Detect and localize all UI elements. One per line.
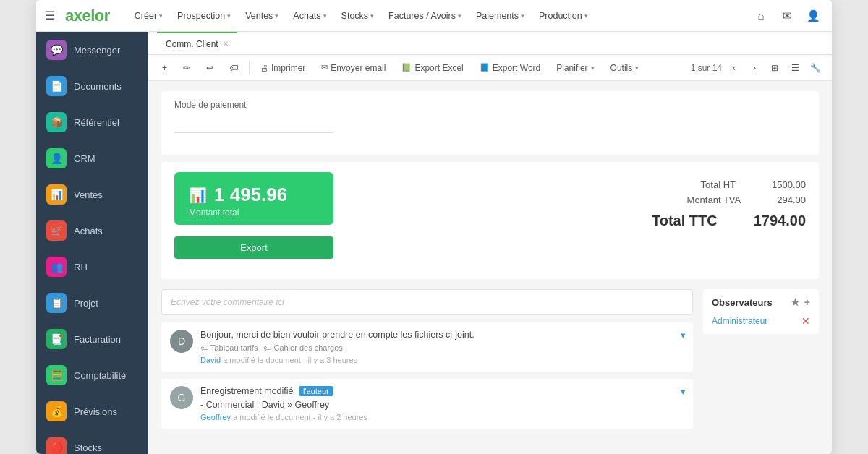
documents-icon: 📄 (46, 76, 67, 96)
sidebar-item-documents[interactable]: 📄 Documents (36, 68, 148, 104)
chevron-down-icon: ▾ (458, 12, 461, 20)
grid-view-icon[interactable]: ⊞ (767, 60, 783, 76)
payment-mode-label: Mode de paiement (174, 100, 806, 110)
home-icon[interactable]: ⌂ (751, 6, 771, 26)
nav-production[interactable]: Production ▾ (532, 0, 595, 32)
comment-item: G Enregistrement modifié l'auteur - Comm… (161, 379, 693, 429)
add-observer-icon[interactable]: + (804, 296, 810, 308)
nav-ventes[interactable]: Ventes ▾ (238, 0, 286, 32)
avatar: G (170, 386, 193, 409)
sidebar-item-ventes[interactable]: 📊 Ventes (36, 176, 148, 213)
add-button[interactable]: + (157, 60, 172, 76)
paperclip-icon: 🏷 (200, 343, 208, 352)
print-button[interactable]: 🖨 Imprimer (255, 60, 310, 76)
observers-sidebar: Observateurs ★ + Administrateur ✕ (703, 289, 819, 436)
stats-row: 📊 1 495.96 Montant total Export Total HT… (174, 172, 806, 259)
content-area: Comm. Client ✕ + ✏ ↩ 🏷 (148, 32, 832, 454)
nav-stocks[interactable]: Stocks ▾ (334, 0, 382, 32)
amount-display: 📊 1 495.96 (189, 184, 319, 206)
comment-author-link[interactable]: David (200, 356, 221, 364)
tab-close-icon[interactable]: ✕ (223, 40, 229, 48)
messenger-icon: 💬 (46, 40, 67, 60)
expand-icon[interactable]: ▾ (681, 386, 686, 397)
chevron-down-icon: ▾ (323, 12, 327, 20)
nav-menu: Créer ▾ Prospection ▾ Ventes ▾ Achats ▾ … (127, 0, 746, 32)
comments-layout: Ecrivez votre commentaire ici D Bonjour,… (161, 289, 819, 436)
list-view-icon[interactable]: ☰ (787, 60, 803, 76)
email-button[interactable]: ✉ Envoyer email (316, 60, 391, 76)
achats-icon: 🛒 (46, 220, 67, 241)
nav-paiements[interactable]: Paiements ▾ (469, 0, 532, 32)
sidebar-item-stocks[interactable]: 🔴 Stocks (36, 429, 148, 454)
app-logo: axelor (65, 7, 110, 25)
sidebar-item-facturation[interactable]: 📑 Facturation (36, 321, 148, 357)
rh-icon: 👥 (46, 257, 67, 277)
sidebar-item-comptabilite[interactable]: 🧮 Comptabilité (36, 357, 148, 393)
pagination-area: 1 sur 14 ‹ › ⊞ ☰ 🔧 (691, 60, 823, 76)
nav-prospection[interactable]: Prospection ▾ (170, 0, 238, 32)
observer-name[interactable]: Administrateur (712, 316, 767, 326)
separator (249, 61, 250, 74)
next-page-icon[interactable]: › (746, 60, 762, 76)
edit-button[interactable]: ✏ (178, 60, 195, 76)
expand-icon[interactable]: ▾ (681, 330, 686, 340)
mail-icon[interactable]: ✉ (777, 6, 797, 26)
chevron-down-icon: ▾ (275, 12, 278, 20)
total-ttc-row: Total TTC 1794.00 (348, 213, 806, 229)
tab-bar: Comm. Client ✕ (148, 32, 832, 55)
prev-page-icon[interactable]: ‹ (726, 60, 742, 76)
amount-label: Montant total (189, 207, 319, 218)
chevron-down-icon: ▾ (591, 64, 595, 72)
chevron-down-icon: ▾ (159, 12, 163, 20)
comment-body: Bonjour, merci de bien vouloir prendre e… (200, 330, 684, 364)
crm-icon: 👤 (46, 148, 67, 168)
sidebar-item-messenger[interactable]: 💬 Messenger (36, 32, 148, 68)
total-ht-row: Total HT 1500.00 (348, 179, 806, 190)
ventes-icon: 📊 (46, 184, 67, 205)
tag-button[interactable]: 🏷 (224, 60, 243, 76)
comment-text: Bonjour, merci de bien vouloir prendre e… (200, 330, 684, 340)
comment-input[interactable]: Ecrivez votre commentaire ici (161, 289, 693, 315)
undo-button[interactable]: ↩ (201, 60, 218, 76)
nav-factures[interactable]: Factures / Avoirs ▾ (381, 0, 469, 32)
sidebar-item-previsions[interactable]: 💰 Prévisions (36, 393, 148, 429)
comments-main: Ecrivez votre commentaire ici D Bonjour,… (161, 289, 693, 436)
attachment-link[interactable]: 🏷 Tableau tarifs (200, 343, 258, 352)
amount-card: 📊 1 495.96 Montant total (174, 172, 333, 225)
payment-card: Mode de paiement (161, 91, 819, 155)
referentiel-icon: 📦 (46, 112, 67, 132)
tab-comm-client[interactable]: Comm. Client ✕ (157, 32, 237, 55)
excel-button[interactable]: 📗 Export Excel (396, 60, 468, 76)
star-icon[interactable]: ★ (791, 296, 800, 308)
chevron-down-icon: ▾ (584, 12, 588, 20)
comment-text: Enregistrement modifié l'auteur (200, 386, 684, 396)
stocks-icon: 🔴 (46, 437, 67, 454)
sidebar-item-crm[interactable]: 👤 CRM (36, 140, 148, 176)
word-button[interactable]: 📘 Export Word (475, 60, 545, 76)
nav-achats[interactable]: Achats ▾ (286, 0, 333, 32)
projet-icon: 📋 (46, 293, 67, 313)
stats-card: 📊 1 495.96 Montant total Export Total HT… (161, 162, 819, 279)
observer-row: Administrateur ✕ (712, 315, 810, 327)
avatar: D (170, 330, 193, 353)
nav-creer[interactable]: Créer ▾ (127, 0, 170, 32)
comment-author-link[interactable]: Geoffrey (200, 413, 231, 421)
sidebar-item-referentiel[interactable]: 📦 Référentiel (36, 104, 148, 140)
chart-bar-icon: 📊 (189, 187, 207, 204)
hamburger-icon[interactable]: ☰ (45, 9, 55, 22)
plan-button[interactable]: Planifier ▾ (551, 60, 599, 76)
user-icon[interactable]: 👤 (803, 6, 823, 26)
badge-tag: l'auteur (299, 386, 333, 396)
sidebar-item-achats[interactable]: 🛒 Achats (36, 213, 148, 249)
attachment-link[interactable]: 🏷 Cahier des charges (263, 343, 342, 352)
export-button[interactable]: Export (174, 236, 333, 259)
previsions-icon: 💰 (46, 401, 67, 421)
tools-button[interactable]: Outils ▾ (605, 60, 644, 76)
remove-observer-icon[interactable]: ✕ (801, 315, 810, 327)
totals-card: Total HT 1500.00 Montant TVA 294.00 Tota… (348, 172, 806, 236)
sidebar-item-projet[interactable]: 📋 Projet (36, 285, 148, 321)
comment-item: D Bonjour, merci de bien vouloir prendre… (161, 322, 693, 372)
settings-icon[interactable]: 🔧 (807, 60, 823, 76)
chevron-down-icon: ▾ (635, 64, 639, 72)
sidebar-item-rh[interactable]: 👥 RH (36, 249, 148, 285)
